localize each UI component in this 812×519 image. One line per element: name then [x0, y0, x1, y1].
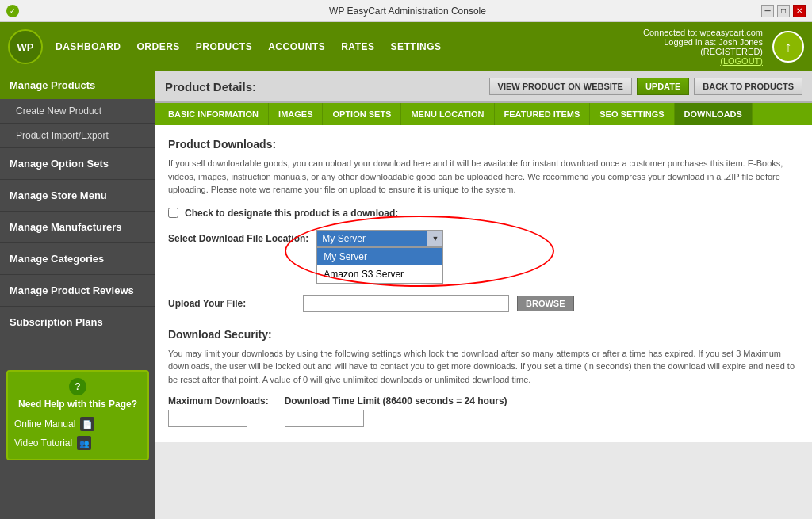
window-title: WP EasyCart Administration Console — [54, 6, 761, 17]
security-description: You may limit your downloads by using th… — [168, 347, 799, 387]
upload-file-row: Upload Your File: BROWSE — [168, 295, 799, 312]
security-title: Download Security: — [168, 328, 799, 341]
nav-dashboard[interactable]: DASHBOARD — [56, 41, 121, 52]
nav-accounts[interactable]: ACCOUNTS — [268, 41, 325, 52]
main-layout: Manage Products Create New Product Produ… — [0, 71, 812, 519]
nav-bar: WP DASHBOARD ORDERS PRODUCTS ACCOUNTS RA… — [0, 22, 812, 71]
video-tutorial-link[interactable]: Video Tutorial 👥 — [14, 433, 141, 452]
dropdown-wrapper: My Server ▼ My Server Amazon S3 Server — [316, 230, 443, 247]
tab-seo-settings[interactable]: SEO SETTINGS — [590, 103, 674, 125]
tab-basic-information[interactable]: BASIC INFORMATION — [159, 103, 269, 125]
sidebar-manage-manufacturers[interactable]: Manage Manufacturers — [0, 212, 155, 243]
time-limit-label: Download Time Limit (86400 seconds = 24 … — [285, 395, 508, 406]
manual-icon: 📄 — [80, 417, 94, 431]
dropdown-option-amazon-s3[interactable]: Amazon S3 Server — [317, 265, 442, 283]
online-manual-link[interactable]: Online Manual 📄 — [14, 414, 141, 433]
update-button[interactable]: UPDATE — [637, 78, 689, 95]
dropdown-arrow-button[interactable]: ▼ — [427, 231, 442, 246]
sidebar-manage-categories[interactable]: Manage Categories — [0, 243, 155, 275]
dropdown-list: My Server Amazon S3 Server — [316, 247, 443, 284]
logout-link[interactable]: (LOGOUT) — [720, 56, 763, 66]
connected-to: Connected to: wpeasycart.com — [643, 28, 763, 37]
product-details-title: Product Details: — [165, 80, 256, 93]
sidebar-create-new-product[interactable]: Create New Product — [0, 99, 155, 124]
sidebar-manage-products[interactable]: Manage Products — [0, 71, 155, 99]
dropdown-selected-bar[interactable]: My Server ▼ — [316, 230, 443, 247]
sidebar-manage-product-reviews[interactable]: Manage Product Reviews — [0, 275, 155, 307]
title-bar: ✓ WP EasyCart Administration Console ─ □… — [0, 0, 812, 22]
dropdown-option-my-server[interactable]: My Server — [317, 248, 442, 265]
upload-file-label: Upload Your File: — [168, 298, 295, 309]
nav-settings[interactable]: SETTINGS — [390, 41, 441, 52]
content-body: Product Downloads: If you sell downloada… — [155, 125, 812, 442]
sidebar-help-box: ? Need Help with this Page? Online Manua… — [6, 370, 149, 460]
time-limit-field: Download Time Limit (86400 seconds = 24 … — [285, 395, 508, 427]
nav-items: DASHBOARD ORDERS PRODUCTS ACCOUNTS RATES… — [56, 41, 643, 52]
dropdown-selected-text: My Server — [317, 233, 427, 244]
browse-button[interactable]: BROWSE — [517, 296, 574, 311]
tab-featured-items[interactable]: FEATURED ITEMS — [495, 103, 591, 125]
registered-status: (REGISTERED) — [700, 47, 763, 56]
download-checkbox-row: Check to designate this product is a dow… — [168, 208, 799, 219]
sidebar-product-import-export[interactable]: Product Import/Export — [0, 124, 155, 148]
video-tutorial-label: Video Tutorial — [14, 437, 72, 448]
downloads-description: If you sell downloadable goods, you can … — [168, 157, 799, 197]
max-downloads-input[interactable]: 0 — [168, 410, 247, 427]
file-location-label: Select Download File Location: — [168, 233, 308, 244]
file-location-row: Select Download File Location: My Server… — [168, 230, 799, 247]
minimize-button[interactable]: ─ — [761, 5, 774, 17]
download-checkbox-label: Check to designate this product is a dow… — [185, 208, 398, 219]
max-downloads-label: Maximum Downloads: — [168, 395, 269, 406]
sidebar-manage-option-sets[interactable]: Manage Option Sets — [0, 148, 155, 180]
back-to-products-button[interactable]: BACK TO PRODUCTS — [694, 78, 802, 95]
nav-products[interactable]: PRODUCTS — [196, 41, 252, 52]
tab-option-sets[interactable]: OPTION SETS — [323, 103, 401, 125]
logged-in: Logged in as: Josh Jones — [664, 37, 763, 47]
tab-images[interactable]: IMAGES — [269, 103, 323, 125]
maximize-button[interactable]: □ — [777, 5, 790, 17]
help-title: Need Help with this Page? — [14, 399, 141, 410]
sidebar-manage-store-menu[interactable]: Manage Store Menu — [0, 180, 155, 212]
window-controls[interactable]: ─ □ ✕ — [761, 5, 806, 17]
nav-orders[interactable]: ORDERS — [137, 41, 180, 52]
upload-file-input[interactable] — [303, 295, 509, 312]
downloads-section-title: Product Downloads: — [168, 138, 799, 151]
video-icon: 👥 — [77, 436, 91, 450]
max-downloads-field: Maximum Downloads: 0 — [168, 395, 269, 427]
nav-avatar[interactable]: ↑ — [772, 31, 804, 63]
time-limit-input[interactable]: 0 — [285, 410, 364, 427]
content-header-buttons: VIEW PRODUCT ON WEBSITE UPDATE BACK TO P… — [489, 78, 802, 95]
download-checkbox[interactable] — [168, 208, 178, 218]
downloads-security-form: Maximum Downloads: 0 Download Time Limit… — [168, 395, 799, 427]
tab-menu-location[interactable]: MENU LOCATION — [401, 103, 494, 125]
nav-logo[interactable]: WP — [8, 29, 43, 64]
tab-downloads[interactable]: DOWNLOADS — [675, 103, 753, 125]
close-button[interactable]: ✕ — [793, 5, 806, 17]
sidebar-subscription-plans[interactable]: Subscription Plans — [0, 307, 155, 338]
online-manual-label: Online Manual — [14, 418, 75, 429]
product-tabs: BASIC INFORMATION IMAGES OPTION SETS MEN… — [155, 103, 812, 125]
nav-rates[interactable]: RATES — [341, 41, 374, 52]
content-header: Product Details: VIEW PRODUCT ON WEBSITE… — [155, 71, 812, 103]
nav-user-info: Connected to: wpeasycart.com Logged in a… — [643, 28, 763, 66]
view-product-button[interactable]: VIEW PRODUCT ON WEBSITE — [489, 78, 632, 95]
sidebar: Manage Products Create New Product Produ… — [0, 71, 155, 519]
help-icon: ? — [69, 378, 86, 395]
security-section: Download Security: You may limit your do… — [168, 328, 799, 428]
app-icon: ✓ — [6, 5, 19, 17]
content-area: Product Details: VIEW PRODUCT ON WEBSITE… — [155, 71, 812, 519]
